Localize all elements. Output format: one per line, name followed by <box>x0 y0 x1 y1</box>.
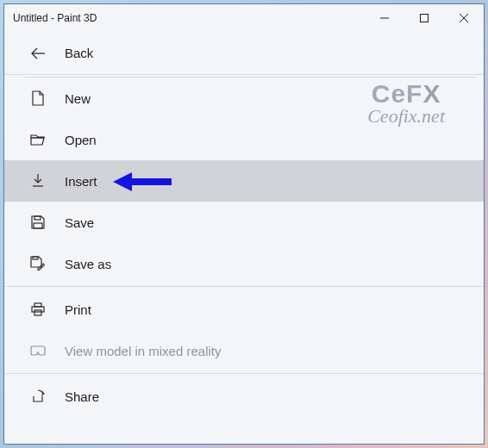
menu-item-save-as[interactable]: Save as <box>4 243 484 284</box>
menu-item-label: Back <box>65 46 93 60</box>
menu-item-share[interactable]: Share <box>4 376 484 417</box>
minimize-button[interactable] <box>365 4 404 32</box>
close-button[interactable] <box>444 4 484 32</box>
svg-rect-9 <box>34 216 41 220</box>
menu-item-label: Save <box>65 215 94 230</box>
app-window: Untitled - Paint 3D CeFX Ceofix.net Back <box>3 3 485 445</box>
menu-separator <box>4 373 484 374</box>
menu-separator <box>4 286 484 287</box>
save-icon <box>30 215 46 229</box>
menu-item-label: View model in mixed reality <box>65 344 221 358</box>
menu-item-label: New <box>65 91 91 106</box>
svg-rect-11 <box>33 257 38 259</box>
menu-item-label: Share <box>65 389 99 404</box>
back-button[interactable]: Back <box>4 32 484 75</box>
svg-marker-8 <box>113 172 132 191</box>
svg-rect-12 <box>34 303 41 307</box>
svg-rect-13 <box>32 307 44 312</box>
folder-open-icon <box>30 134 46 146</box>
menu-item-label: Insert <box>65 174 97 189</box>
menu-item-view-mixed-reality: View model in mixed reality <box>4 330 484 371</box>
mixed-reality-icon <box>30 345 46 356</box>
insert-icon <box>30 174 46 188</box>
menu-item-save[interactable]: Save <box>4 202 484 243</box>
svg-rect-1 <box>421 15 429 22</box>
menu-item-new[interactable]: New <box>4 78 484 119</box>
window-controls <box>365 4 484 32</box>
menu-item-label: Print <box>65 302 91 317</box>
save-as-icon <box>30 256 46 271</box>
file-new-icon <box>30 90 46 106</box>
svg-rect-10 <box>34 223 42 228</box>
file-menu: CeFX Ceofix.net Back New Open <box>4 32 484 444</box>
menu-item-label: Save as <box>65 257 111 271</box>
callout-arrow <box>113 171 173 193</box>
maximize-button[interactable] <box>404 4 444 32</box>
titlebar: Untitled - Paint 3D <box>4 4 484 32</box>
menu-item-insert[interactable]: Insert <box>4 160 484 202</box>
menu-item-open[interactable]: Open <box>4 119 484 160</box>
arrow-left-icon <box>30 47 46 59</box>
menu-item-print[interactable]: Print <box>4 289 484 330</box>
svg-rect-14 <box>34 310 41 315</box>
print-icon <box>30 302 46 316</box>
menu-item-label: Open <box>65 133 97 147</box>
share-icon <box>30 389 46 403</box>
window-title: Untitled - Paint 3D <box>13 12 365 24</box>
